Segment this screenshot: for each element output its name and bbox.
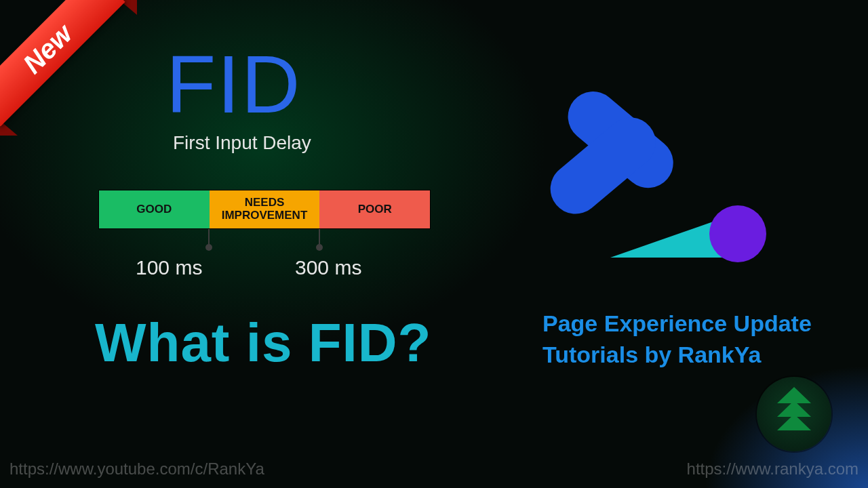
segment-needs: NEEDS IMPROVEMENT (210, 190, 320, 228)
logo-dot-icon (709, 205, 766, 262)
new-ribbon-label: New (17, 18, 78, 79)
threshold-value-2: 300 ms (295, 256, 361, 279)
logo-chevron-icon (542, 81, 684, 224)
headline: What is FID? (95, 312, 431, 374)
threshold-tick-2 (319, 229, 320, 244)
new-ribbon: New (0, 0, 125, 127)
segment-poor: POOR (319, 190, 430, 228)
metric-acronym: FID (166, 37, 301, 131)
rankya-badge (757, 377, 831, 451)
brand-logo (542, 64, 773, 268)
series-line-2: Tutorials by RankYa (542, 340, 812, 371)
footer-url-left: https://www.youtube.com/c/RankYa (9, 460, 264, 479)
arrow-up-icon (770, 387, 818, 441)
threshold-bar: GOOD NEEDS IMPROVEMENT POOR (98, 190, 431, 229)
series-title: Page Experience Update Tutorials by Rank… (542, 308, 812, 371)
metric-full-name: First Input Delay (173, 132, 311, 154)
segment-good: GOOD (99, 190, 210, 228)
footer-url-right: https://www.rankya.com (687, 460, 859, 479)
threshold-tick-1 (208, 229, 210, 244)
segment-needs-line2: IMPROVEMENT (222, 209, 308, 222)
series-line-1: Page Experience Update (542, 308, 812, 340)
segment-needs-line1: NEEDS (245, 197, 285, 209)
threshold-value-1: 100 ms (136, 256, 202, 279)
